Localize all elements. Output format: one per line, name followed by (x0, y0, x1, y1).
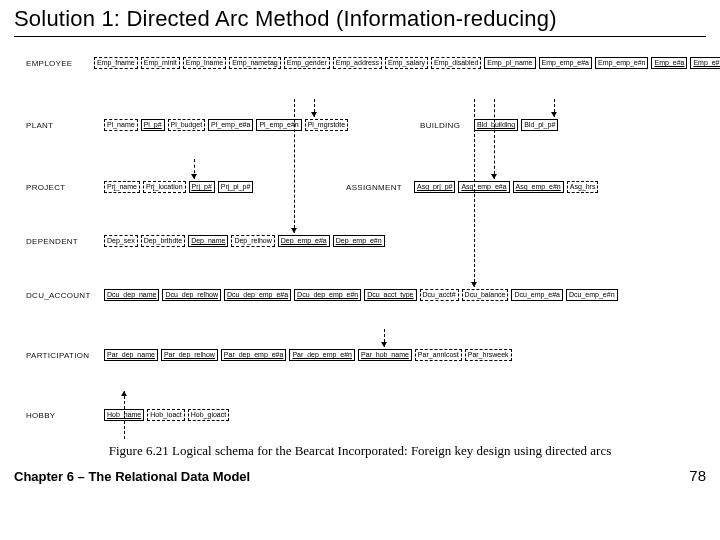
entity-row: Prj_namePrj_locationPrj_p#Prj_pl_p# (104, 181, 253, 193)
entity-label: DCU_ACCOUNT (26, 291, 91, 300)
entity-row: Hob_nameHob_ioactHob_gioact (104, 409, 229, 421)
attribute-cell: Dcu_dep_emp_e#a (224, 289, 291, 301)
entity-row: Asg_prj_p#Asg_emp_e#aAsg_emp_e#nAsg_hrs (414, 181, 598, 193)
attribute-cell: Pl_mgrstdte (305, 119, 348, 131)
attribute-cell: Pl_budget (168, 119, 206, 131)
attribute-cell: Par_hob_name (358, 349, 412, 361)
attribute-cell: Bld_pl_p# (521, 119, 558, 131)
attribute-cell: Emp_lname (183, 57, 226, 69)
entity-label: PLANT (26, 121, 53, 130)
entity-row: Pl_namePl_p#Pl_budgetPl_emp_e#aPl_emp_e#… (104, 119, 348, 131)
page-number: 78 (689, 467, 706, 484)
attribute-cell: Dep_name (188, 235, 228, 247)
attribute-cell: Emp_pl_name (484, 57, 535, 69)
attribute-cell: Dep_sex (104, 235, 138, 247)
fk-arc (474, 99, 475, 287)
entity-label: HOBBY (26, 411, 56, 420)
attribute-cell: Prj_location (143, 181, 186, 193)
fk-arc (294, 99, 295, 233)
attribute-cell: Par_dep_emp_e#a (221, 349, 287, 361)
entity-row: Dep_sexDep_brthdteDep_nameDep_relhowDep_… (104, 235, 385, 247)
attribute-cell: Dcu_dep_emp_e#n (294, 289, 361, 301)
attribute-cell: Emp_address (333, 57, 382, 69)
attribute-cell: Hob_gioact (188, 409, 229, 421)
attribute-cell: Dcu_balance (462, 289, 509, 301)
attribute-cell: Dcu_emp_e#n (566, 289, 618, 301)
attribute-cell: Asg_emp_e#n (513, 181, 564, 193)
attribute-cell: Dcu_acct# (420, 289, 459, 301)
attribute-cell: Par_dep_relhow (161, 349, 218, 361)
attribute-cell: Asg_prj_p# (414, 181, 455, 193)
attribute-cell: Pl_name (104, 119, 138, 131)
attribute-cell: Emp_salary (385, 57, 428, 69)
fk-arc (494, 99, 495, 179)
attribute-cell: Emp_emp_e#a (539, 57, 592, 69)
attribute-cell: Emp_gender (284, 57, 330, 69)
attribute-cell: Bld_building (474, 119, 518, 131)
attribute-cell: Emp_fname (94, 57, 138, 69)
attribute-cell: Dep_emp_e#a (278, 235, 330, 247)
attribute-cell: Dcu_dep_relhow (162, 289, 221, 301)
attribute-cell: Dcu_emp_e#a (511, 289, 563, 301)
arrowhead-icon (191, 174, 197, 179)
attribute-cell: Emp_minit (141, 57, 180, 69)
entity-label: ASSIGNMENT (346, 183, 402, 192)
figure-caption: Figure 6.21 Logical schema for the Bearc… (14, 443, 706, 459)
entity-label: BUILDING (420, 121, 460, 130)
fk-arc (124, 391, 125, 439)
attribute-cell: Pl_emp_e#a (208, 119, 253, 131)
entity-row: Bld_buildingBld_pl_p# (474, 119, 558, 131)
entity-row: Dcu_dep_nameDcu_dep_relhowDcu_dep_emp_e#… (104, 289, 618, 301)
attribute-cell: Emp_disabled (431, 57, 481, 69)
entity-label: DEPENDENT (26, 237, 78, 246)
attribute-cell: Pl_p# (141, 119, 165, 131)
arrowhead-icon (551, 112, 557, 117)
attribute-cell: Emp_e#a (651, 57, 687, 69)
diagram-area: EMPLOYEEEmp_fnameEmp_minitEmp_lnameEmp_n… (14, 39, 706, 439)
attribute-cell: Dep_emp_e#n (333, 235, 385, 247)
attribute-cell: Par_annlcost (415, 349, 462, 361)
attribute-cell: Asg_hrs (567, 181, 599, 193)
attribute-cell: Prj_pl_p# (218, 181, 254, 193)
arrowhead-icon (121, 391, 127, 396)
attribute-cell: Par_hrsweek (465, 349, 512, 361)
attribute-cell: Dcu_dep_name (104, 289, 159, 301)
slide-title: Solution 1: Directed Arc Method (Informa… (14, 6, 706, 37)
entity-row: Par_dep_namePar_dep_relhowPar_dep_emp_e#… (104, 349, 512, 361)
entity-label: PROJECT (26, 183, 65, 192)
attribute-cell: Par_dep_name (104, 349, 158, 361)
attribute-cell: Prj_name (104, 181, 140, 193)
arrowhead-icon (381, 342, 387, 347)
entity-row: Emp_fnameEmp_minitEmp_lnameEmp_nametagEm… (94, 57, 720, 69)
attribute-cell: Emp_emp_e#n (595, 57, 648, 69)
attribute-cell: Asg_emp_e#a (458, 181, 509, 193)
entity-label: PARTICIPATION (26, 351, 89, 360)
arrowhead-icon (291, 228, 297, 233)
attribute-cell: Dep_relhow (231, 235, 274, 247)
attribute-cell: Prj_p# (189, 181, 215, 193)
attribute-cell: Hob_ioact (147, 409, 185, 421)
attribute-cell: Dep_brthdte (141, 235, 186, 247)
arrowhead-icon (311, 112, 317, 117)
arrowhead-icon (471, 282, 477, 287)
chapter-label: Chapter 6 – The Relational Data Model (14, 469, 250, 484)
attribute-cell: Dcu_acct_type (364, 289, 416, 301)
arrowhead-icon (491, 174, 497, 179)
entity-label: EMPLOYEE (26, 59, 72, 68)
attribute-cell: Emp_e#n (690, 57, 720, 69)
attribute-cell: Emp_nametag (229, 57, 281, 69)
attribute-cell: Par_dep_emp_e#n (289, 349, 355, 361)
